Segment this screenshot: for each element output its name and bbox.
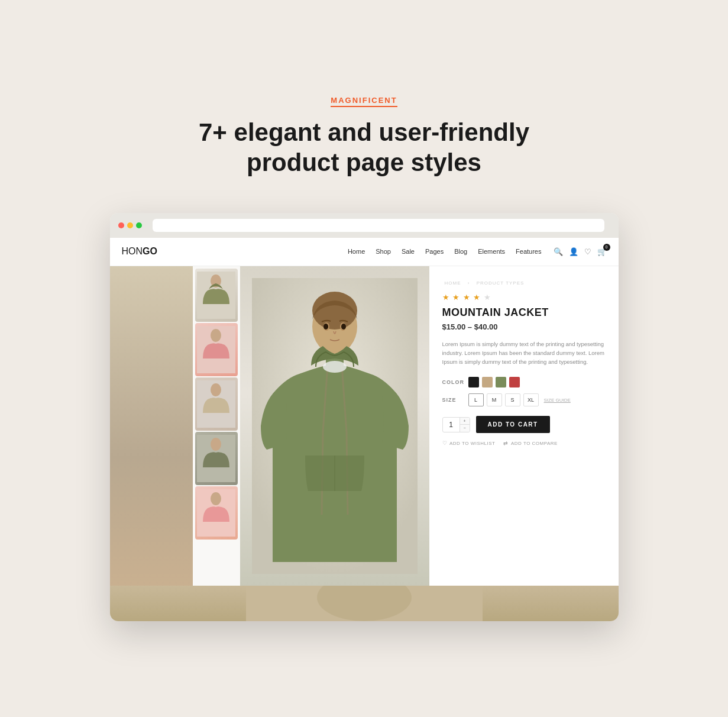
size-label: SIZE [442, 397, 464, 403]
thumbnail-3[interactable] [195, 377, 238, 431]
product-page: HOME › PRODUCT TYPES ★ ★ ★ ★ ★ MOUNTAIN … [110, 266, 619, 586]
heart-icon: ♡ [442, 440, 448, 446]
dot-yellow [127, 222, 133, 228]
account-icon[interactable]: 👤 [569, 247, 578, 256]
size-options: L M S XL SIZE GUIDE [468, 393, 571, 406]
qty-increase-btn[interactable]: + [460, 418, 470, 425]
color-swatches [468, 377, 520, 387]
color-label: COLOR [442, 379, 464, 385]
size-s[interactable]: S [505, 393, 520, 406]
nav-home[interactable]: Home [348, 248, 365, 255]
cart-icon[interactable]: 🛒 0 [597, 247, 607, 256]
thumbnail-5[interactable] [195, 486, 238, 540]
star-3: ★ [463, 293, 471, 302]
browser-mockup: HONGO Home Shop Sale Pages Blog Elements… [110, 213, 619, 621]
color-option-row: COLOR [442, 377, 606, 387]
nav-blog[interactable]: Blog [454, 248, 467, 255]
star-4: ★ [473, 293, 481, 302]
bottom-partial-image [110, 586, 619, 621]
navbar-nav: Home Shop Sale Pages Blog Elements Featu… [348, 248, 542, 255]
navbar: HONGO Home Shop Sale Pages Blog Elements… [110, 238, 619, 266]
qty-buttons: + − [460, 418, 470, 432]
nav-elements[interactable]: Elements [478, 248, 505, 255]
browser-dots [118, 222, 142, 228]
swatch-tan[interactable] [482, 377, 493, 387]
thumb-figure-2 [197, 326, 235, 373]
add-to-wishlist-button[interactable]: ♡ ADD TO WISHLIST [442, 440, 496, 446]
svg-point-18 [323, 361, 347, 373]
wishlist-icon[interactable]: ♡ [584, 247, 591, 256]
cart-badge: 0 [603, 244, 610, 251]
svg-point-3 [211, 329, 221, 342]
size-m[interactable]: M [487, 393, 502, 406]
product-price: $15.00 – $40.00 [442, 322, 606, 331]
nav-pages[interactable]: Pages [425, 248, 444, 255]
product-description: Lorem Ipsum is simply dummy text of the … [442, 340, 606, 367]
dot-red [118, 222, 124, 228]
add-to-cart-row: + − ADD TO CART [442, 416, 606, 433]
swatch-olive[interactable] [496, 377, 506, 387]
swatch-red[interactable] [509, 377, 520, 387]
quantity-control: + − [442, 417, 470, 432]
thumbnail-1[interactable] [195, 269, 238, 322]
browser-chrome [110, 213, 619, 238]
product-details-panel: HOME › PRODUCT TYPES ★ ★ ★ ★ ★ MOUNTAIN … [429, 266, 619, 586]
headline: 7+ elegant and user-friendly product pag… [199, 118, 529, 177]
svg-point-13 [312, 292, 357, 330]
star-rating: ★ ★ ★ ★ ★ [442, 293, 606, 302]
bottom-image-svg [246, 586, 483, 621]
url-bar [153, 219, 604, 232]
thumbnail-4[interactable] [195, 432, 238, 485]
left-background-strip [110, 266, 193, 586]
search-icon[interactable]: 🔍 [554, 247, 563, 256]
svg-point-16 [323, 324, 328, 330]
add-to-compare-button[interactable]: ⇄ ADD TO COMPARE [503, 440, 558, 446]
svg-point-17 [341, 324, 346, 330]
quantity-input[interactable] [443, 419, 460, 430]
page-wrapper: MAGNIFICENT 7+ elegant and user-friendly… [69, 96, 660, 621]
star-1: ★ [442, 293, 450, 302]
swatch-black[interactable] [468, 377, 479, 387]
size-option-row: SIZE L M S XL SIZE GUIDE [442, 393, 606, 406]
star-5-empty: ★ [484, 293, 491, 302]
svg-point-7 [211, 438, 221, 451]
size-l[interactable]: L [468, 393, 484, 406]
navbar-icons: 🔍 👤 ♡ 🛒 0 [554, 247, 607, 256]
thumb-figure-3 [197, 380, 235, 428]
dot-green [136, 222, 142, 228]
thumbnail-2[interactable] [195, 323, 238, 376]
size-guide-link[interactable]: SIZE GUIDE [544, 398, 571, 403]
compare-icon: ⇄ [503, 440, 509, 446]
size-xl[interactable]: XL [523, 393, 539, 406]
thumbnail-list [193, 266, 240, 586]
breadcrumb: HOME › PRODUCT TYPES [442, 280, 606, 286]
hoodie-figure-svg [252, 278, 418, 574]
svg-point-5 [211, 383, 221, 396]
thumb-figure-1 [197, 272, 235, 319]
main-product-image [240, 266, 429, 586]
wishlist-compare-row: ♡ ADD TO WISHLIST ⇄ ADD TO COMPARE [442, 440, 606, 446]
qty-decrease-btn[interactable]: − [460, 425, 470, 432]
svg-point-9 [211, 492, 221, 505]
badge-label: MAGNIFICENT [331, 96, 397, 107]
star-2: ★ [452, 293, 460, 302]
thumb-figure-4 [197, 435, 235, 482]
thumb-figure-5 [197, 489, 235, 537]
nav-features[interactable]: Features [516, 248, 541, 255]
nav-sale[interactable]: Sale [402, 248, 415, 255]
nav-shop[interactable]: Shop [376, 248, 391, 255]
add-to-cart-button[interactable]: ADD TO CART [476, 416, 550, 433]
navbar-logo: HONGO [122, 246, 157, 257]
product-title: MOUNTAIN JACKET [442, 306, 606, 319]
